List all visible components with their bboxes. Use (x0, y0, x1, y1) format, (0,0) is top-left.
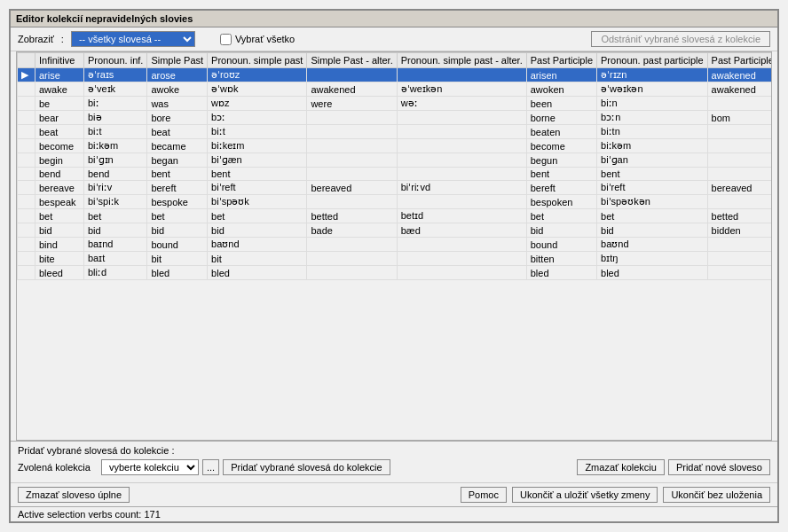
cell-past_participle: borne (526, 111, 596, 125)
cell-simple_past_alter: bade (307, 223, 397, 238)
cell-past_participle: bitten (526, 252, 596, 266)
cell-simple_past_alter (307, 139, 397, 153)
cell-pronoun_simple_past: bled (208, 266, 307, 280)
cell-pronoun_simple_past_alter (397, 195, 526, 209)
cell-pronoun_past_participle: biːtn (597, 125, 708, 139)
cell-simple_past: bid (147, 223, 208, 238)
cell-pronoun_simple_past: biˈreft (208, 181, 307, 195)
table-row[interactable]: bespeakbiˈspiːkbespokebiˈspəʊkbespokenbi… (18, 195, 773, 209)
footer-buttons: Zmazať sloveso úplne Pomoc Ukončiť a ulo… (11, 482, 777, 506)
cell-pronoun_inf: bet (84, 209, 147, 223)
cell-pronoun_simple_past_alter: wəː (397, 97, 526, 111)
collection-select[interactable]: vyberte kolekciu (101, 459, 199, 475)
select-all-checkbox[interactable] (220, 34, 232, 45)
cell-arrow (18, 238, 35, 252)
main-window: Editor kolekcií nepravidelných slovies Z… (9, 9, 779, 523)
cell-past_participle: become (526, 139, 596, 153)
delete-word-button[interactable]: Zmazať sloveso úplne (18, 487, 130, 503)
save-exit-button[interactable]: Ukončiť a uložiť všetky zmeny (512, 487, 658, 503)
add-to-collection-button[interactable]: Pridať vybrané slovesá do kolekcie (223, 459, 390, 475)
cell-arrow (18, 195, 35, 209)
cell-simple_past_alter: betted (307, 209, 397, 223)
table-header: Infinitive Pronoun. inf. Simple Past Pro… (18, 53, 773, 68)
cell-pronoun_simple_past: bid (208, 223, 307, 238)
table-row[interactable]: bendbendbentbentbentbentohnúť (18, 168, 773, 181)
table-row[interactable]: betbetbetbetbettedbetɪdbetbetbettedbetɪd… (18, 209, 773, 223)
cell-infinitive: bid (35, 223, 84, 238)
cell-infinitive: bite (35, 252, 84, 266)
table-row[interactable]: bidbidbidbidbadebædbidbidbiddenbɪdnponúk… (18, 223, 773, 238)
cell-pronoun_simple_past_alter (397, 111, 526, 125)
cell-arrow (18, 181, 35, 195)
remove-from-collection-button[interactable]: Odstrániť vybrané slovesá z kolekcie (591, 31, 770, 47)
cell-pronoun_past_participle: bɔːn (597, 111, 708, 125)
table-row[interactable]: bleedbliːdbledbledbledbledkrvácať (18, 266, 773, 280)
add-new-word-button[interactable]: Pridať nové sloveso (668, 459, 770, 475)
cell-pronoun_simple_past: əˈroʊz (208, 68, 307, 82)
cell-infinitive: bereave (35, 181, 84, 195)
cell-pronoun_past_participle: biːkəm (597, 139, 708, 153)
cell-past_participle: been (526, 97, 596, 111)
cell-pronoun_simple_past: biˈspəʊk (208, 195, 307, 209)
cell-pronoun_inf: biˈspiːk (84, 195, 147, 209)
cell-pronoun_inf: baɪnd (84, 238, 147, 252)
toolbar: Zobraziť : -- všetky slovesá -- Vybrať v… (11, 27, 777, 51)
cell-simple_past_alter (307, 195, 397, 209)
filter-dropdown[interactable]: -- všetky slovesá -- (71, 31, 195, 47)
col-simple-past-alter: Simple Past - alter. (307, 53, 397, 68)
table-row[interactable]: bindbaɪndboundbaʊndboundbaʊndviazať (18, 238, 773, 252)
table-row[interactable]: bereavebiˈriːvbereftbiˈreftbereavedbiˈri… (18, 181, 773, 195)
cell-past_participle: bled (526, 266, 596, 280)
cell-simple_past: bit (147, 252, 208, 266)
table-row[interactable]: bitebaɪtbitbitbittenbɪtŋkúsať, hrýzť, št… (18, 252, 773, 266)
cell-pronoun_inf: biːt (84, 125, 147, 139)
cell-simple_past_alter: bereaved (307, 181, 397, 195)
cell-arrow: ▶ (18, 68, 35, 82)
select-all-area: Vybrať všetko (220, 34, 295, 45)
cell-pronoun_simple_past_alter: biˈriːvd (397, 181, 526, 195)
cell-infinitive: bear (35, 111, 84, 125)
exit-no-save-button[interactable]: Ukončiť bez uloženia (663, 487, 770, 503)
verb-table: Infinitive Pronoun. inf. Simple Past Pro… (17, 52, 772, 280)
cell-arrow (18, 252, 35, 266)
cell-pronoun_simple_past: bent (208, 168, 307, 181)
cell-simple_past_alter (307, 68, 397, 82)
show-label: Zobraziť (18, 34, 54, 44)
table-row[interactable]: ▶ariseəˈraɪsaroseəˈroʊzarisenəˈrɪznawake… (18, 68, 773, 82)
table-row[interactable]: beatbiːtbeatbiːtbeatenbiːtnbiť, tĺcť (18, 125, 773, 139)
cell-past_participle_alter (707, 252, 772, 266)
cell-simple_past_alter (307, 252, 397, 266)
cell-past_participle: bid (526, 223, 596, 238)
table-row[interactable]: bearbiəborebɔːbornebɔːnbombɔːnniesť, rod… (18, 111, 773, 125)
cell-pronoun_simple_past_alter (397, 266, 526, 280)
help-button[interactable]: Pomoc (461, 487, 507, 503)
cell-infinitive: beat (35, 125, 84, 139)
verb-table-container: Infinitive Pronoun. inf. Simple Past Pro… (16, 51, 772, 441)
table-row[interactable]: bebiːwaswɒzwerewəːbeenbiːnbyť (18, 97, 773, 111)
select-all-label: Vybrať všetko (235, 34, 295, 44)
cell-past_participle: arisen (526, 68, 596, 82)
cell-pronoun_inf: biə (84, 111, 147, 125)
cell-pronoun_simple_past_alter (397, 168, 526, 181)
table-row[interactable]: awakeəˈveɪkawokeəˈwɒkawakenedəˈweɪkənawo… (18, 82, 773, 97)
delete-collection-button[interactable]: Zmazať kolekciu (577, 459, 665, 475)
cell-pronoun_simple_past_alter (397, 238, 526, 252)
cell-past_participle: bent (526, 168, 596, 181)
cell-infinitive: begin (35, 153, 84, 168)
cell-pronoun_inf: bend (84, 168, 147, 181)
cell-pronoun_past_participle: bled (597, 266, 708, 280)
cell-simple_past_alter: awakened (307, 82, 397, 97)
cell-pronoun_simple_past: bit (208, 252, 307, 266)
table-row[interactable]: becomebiːkəmbecamebiːkeɪmbecomebiːkəmsta… (18, 139, 773, 153)
cell-pronoun_simple_past_alter: bæd (397, 223, 526, 238)
cell-simple_past: began (147, 153, 208, 168)
cell-infinitive: bend (35, 168, 84, 181)
table-row[interactable]: beginbiˈɡɪnbeganbiˈɡænbegunbiˈɡanzačať (18, 153, 773, 168)
cell-pronoun_simple_past: bɔː (208, 111, 307, 125)
cell-pronoun_inf: biː (84, 97, 147, 111)
browse-collection-button[interactable]: ... (202, 459, 219, 475)
cell-past_participle_alter: awakened (707, 82, 772, 97)
cell-infinitive: be (35, 97, 84, 111)
cell-pronoun_inf: biˈriːv (84, 181, 147, 195)
add-to-collection-label: Pridať vybrané slovesá do kolekcie : (18, 445, 770, 456)
